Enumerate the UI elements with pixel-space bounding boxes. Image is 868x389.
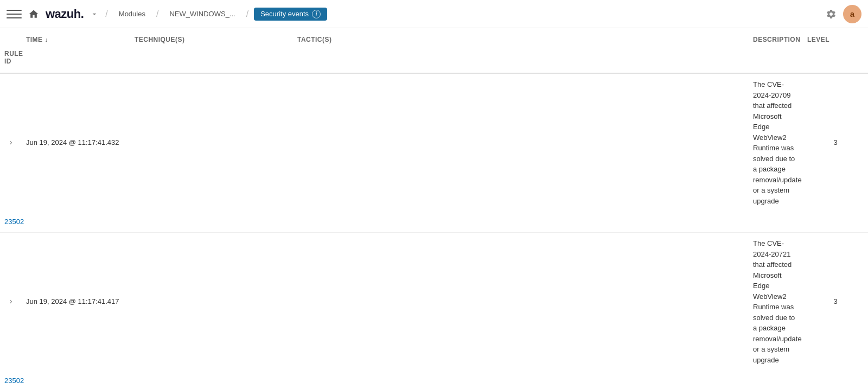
breadcrumb-security-events[interactable]: Security events i	[254, 8, 327, 21]
user-avatar[interactable]: a	[843, 5, 861, 23]
col-description: Description	[749, 33, 803, 47]
cell-rule-id[interactable]: 23502	[0, 371, 22, 389]
nav-chevron-icon[interactable]	[89, 9, 100, 20]
table-header: Time ↓ Technique(s) Tactic(s) Descriptio…	[0, 28, 868, 74]
table-row[interactable]: Jun 19, 2024 @ 11:17:41.417 The CVE-2024…	[0, 233, 868, 389]
info-icon[interactable]: i	[312, 10, 321, 18]
col-rule-id: Rule ID	[0, 47, 22, 68]
menu-icon[interactable]	[7, 7, 22, 22]
breadcrumb-sep-1: /	[105, 9, 107, 19]
cell-rule-id[interactable]: 23502	[0, 212, 22, 232]
navbar: wazuh. / Modules / NEW_WINDOWS_... / Sec…	[0, 0, 868, 28]
cell-time: Jun 19, 2024 @ 11:17:41.417	[22, 291, 130, 312]
table-container: Time ↓ Technique(s) Tactic(s) Descriptio…	[0, 28, 868, 389]
col-time[interactable]: Time ↓	[22, 33, 130, 47]
breadcrumb-sep-3: /	[246, 9, 248, 19]
app-logo: wazuh.	[46, 7, 84, 21]
home-icon[interactable]	[26, 7, 41, 22]
cell-techniques	[130, 296, 293, 307]
col-techniques: Technique(s)	[130, 33, 293, 47]
table-body: Jun 19, 2024 @ 11:17:41.432 The CVE-2024…	[0, 74, 868, 389]
cell-description: The CVE-2024-20709 that affected Microso…	[749, 74, 803, 212]
settings-icon[interactable]	[824, 7, 839, 22]
col-tactics: Tactic(s)	[293, 33, 749, 47]
row-expand-icon[interactable]	[0, 292, 22, 311]
row-expand-icon[interactable]	[0, 133, 22, 152]
breadcrumb-agent[interactable]: NEW_WINDOWS_...	[164, 8, 240, 20]
cell-level: 3	[803, 132, 868, 153]
cell-level: 3	[803, 291, 868, 312]
breadcrumb-sep-2: /	[156, 9, 158, 19]
cell-tactics	[293, 296, 749, 307]
cell-description: The CVE-2024-20721 that affected Microso…	[749, 233, 803, 371]
sort-arrow-icon: ↓	[45, 36, 48, 43]
col-level: Level	[803, 33, 868, 47]
cell-techniques	[130, 137, 293, 148]
breadcrumb-modules[interactable]: Modules	[113, 8, 151, 20]
col-expand	[0, 36, 22, 43]
table-row[interactable]: Jun 19, 2024 @ 11:17:41.432 The CVE-2024…	[0, 74, 868, 233]
cell-time: Jun 19, 2024 @ 11:17:41.432	[22, 132, 130, 153]
cell-tactics	[293, 137, 749, 148]
